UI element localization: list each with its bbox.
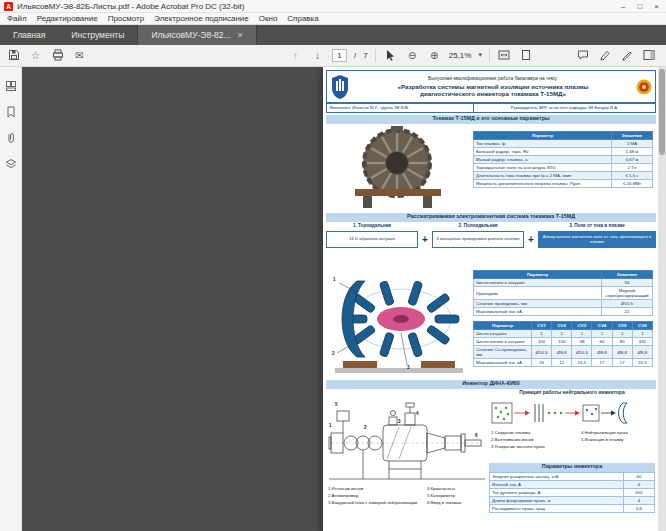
toolbar: ☆ ✉ ↑ ↓ 1 / 7 ⊖ ⊕ 25,1% ▾ <box>0 45 666 67</box>
document-canvas[interactable]: Выпускная квалификационная работа бакала… <box>23 67 658 531</box>
title-bar: A ИльясовМУ-Э8-82Б-Листы.pdf - Adobe Acr… <box>0 0 666 13</box>
vertical-scrollbar[interactable] <box>658 67 666 531</box>
mail-icon[interactable]: ✉ <box>72 47 87 63</box>
page-thumbnails-icon[interactable] <box>4 79 17 92</box>
pen-icon[interactable] <box>619 47 634 63</box>
table-row: Число катушек111111 <box>474 330 653 338</box>
table-cell: Сечение Cu-проводника, мм <box>474 346 532 359</box>
table-cell: Ø8,8 <box>632 346 652 359</box>
table-cell: 432 <box>632 338 652 346</box>
table-cell: Энергия ускоренных частиц, кэВ <box>490 473 624 481</box>
table-header-row: ПараметрЗначение <box>474 132 653 140</box>
table-cell: 22 <box>602 308 653 316</box>
tokamak-params-table: ПараметрЗначениеТок плазмы, Ip2 МАБольшо… <box>473 131 653 188</box>
table-cell: 450 <box>624 489 655 497</box>
minimize-button[interactable]: – <box>621 2 625 11</box>
zoom-level[interactable]: 25,1% <box>449 51 472 60</box>
tab-document-label: ИльясовМУ-Э8-82... <box>151 30 230 40</box>
panel-toggle-icon[interactable] <box>641 47 656 63</box>
menu-help[interactable]: Справка <box>282 14 323 23</box>
menu-file[interactable]: Файл <box>2 14 32 23</box>
table-cell: 1,48 м <box>612 148 653 156</box>
drawing-legend-left: 1 Источник ионов2 Атомопровод3 Вакуумный… <box>328 487 423 508</box>
comment-icon[interactable] <box>575 47 590 63</box>
supervisor-line: Руководитель ВКР, ассистент кафедры Э8 Б… <box>473 103 656 113</box>
page-number-input[interactable]: 1 <box>332 49 347 62</box>
fit-width-icon[interactable] <box>497 47 512 63</box>
layers-icon[interactable] <box>4 157 17 170</box>
list-item: 1 Создание плазмы <box>491 431 579 436</box>
table-cell: 1 <box>632 330 652 338</box>
table-cell: Длительность тока плазмы при Ip = 2 МА, … <box>474 172 612 180</box>
table-cell: Ø8,8 <box>552 346 572 359</box>
next-page-icon[interactable]: ↓ <box>310 47 325 63</box>
table-cell: Длина фокусировки пучка, м <box>490 497 624 505</box>
navigation-rail <box>0 67 22 531</box>
zoom-in-icon[interactable]: ⊕ <box>427 47 442 63</box>
plus-sign: + <box>524 223 538 248</box>
em-system-columns: 1. Тороидальная 16 D образных катушек + … <box>326 223 656 248</box>
table-row: Число витков в катушке100100486080432 <box>474 338 653 346</box>
table-cell: Медный серебросодержащий <box>602 287 653 300</box>
tab-home[interactable]: Главная <box>0 25 58 45</box>
workspace: Выпускная квалификационная работа бакала… <box>0 67 666 531</box>
star-icon[interactable]: ☆ <box>28 47 43 63</box>
table-row: Длительность тока плазмы при Ip = 2 МА, … <box>474 172 653 180</box>
select-tool-icon[interactable] <box>383 47 398 63</box>
previous-page-icon[interactable]: ↑ <box>288 47 303 63</box>
table-cell: Ток дугового разряда, А <box>490 489 624 497</box>
list-item: 2 Атомопровод <box>328 494 423 499</box>
figure-label: 6 <box>475 433 478 438</box>
drawing-legend-right: 4 Крионасосы5 Калориметр6 Ввод в токамак <box>427 487 485 508</box>
poster-header: Выпускная квалификационная работа бакала… <box>326 70 656 103</box>
table-cell: 100 <box>532 338 552 346</box>
print-icon[interactable] <box>50 47 65 63</box>
table-cell: Максимальный ток, кА <box>474 308 602 316</box>
figure-label: 1 <box>329 423 332 428</box>
table-header-cell: CV6 <box>632 322 652 330</box>
bmstu-logo <box>330 74 350 100</box>
plasma-field-col-box: Азимутальное магнитное поле от тока, про… <box>538 231 656 248</box>
bookmarks-icon[interactable] <box>4 105 17 118</box>
save-icon[interactable] <box>6 47 21 63</box>
table-cell: 20,5 <box>632 359 652 367</box>
tab-tools[interactable]: Инструменты <box>58 25 137 45</box>
tab-document[interactable]: ИльясовМУ-Э8-82... × <box>137 25 256 45</box>
list-item: 3 Вакуумный блок с камерой нейтрализации <box>328 501 423 506</box>
table-cell: 15,5 <box>572 359 592 367</box>
highlighter-icon[interactable] <box>597 47 612 63</box>
table-header-cell: CV1 <box>532 322 552 330</box>
table-row: Тороидальное поле на оси шнура, BT02 Тл <box>474 164 653 172</box>
table-cell: 1 <box>572 330 592 338</box>
page-view-icon[interactable] <box>519 47 534 63</box>
poloidal-col-box: 6 кольцевых проводников разного сечения <box>432 231 524 248</box>
table-cell: 17 <box>612 359 632 367</box>
menu-esign[interactable]: Электронное подписание <box>149 14 254 23</box>
page-total: 7 <box>363 51 367 60</box>
table-cell: 100 <box>552 338 572 346</box>
table-cell: Проводник <box>474 287 602 300</box>
injector-params-table: Энергия ускоренных частиц, кэВ60Ионный т… <box>489 472 655 513</box>
attachments-icon[interactable] <box>4 131 17 144</box>
table-row: Ток дугового разряда, А450 <box>490 489 655 497</box>
table-row: Число витков в катушке50 <box>474 279 653 287</box>
table-cell: ≤ 20 МВт <box>612 180 653 188</box>
table-cell: Ø10,5 <box>532 346 552 359</box>
maximize-button[interactable]: □ <box>637 2 642 11</box>
list-item: 2 Вытягивание ионов <box>491 438 579 443</box>
table-cell: Число витков в катушке <box>474 338 532 346</box>
zoom-dropdown-icon[interactable]: ▾ <box>478 51 482 59</box>
menu-window[interactable]: Окно <box>254 14 283 23</box>
figure-label: 2 <box>364 425 367 430</box>
table-cell: 60 <box>592 338 612 346</box>
tab-close-icon[interactable]: × <box>238 30 243 40</box>
close-button[interactable]: × <box>654 2 659 11</box>
page-separator: / <box>354 51 356 60</box>
scrollbar-thumb[interactable] <box>659 69 665 155</box>
menu-edit[interactable]: Редактирование <box>32 14 103 23</box>
zoom-out-icon[interactable]: ⊖ <box>405 47 420 63</box>
table-row: Максимальный ток, кА22 <box>474 308 653 316</box>
tokamak-photo <box>331 125 469 209</box>
toroidal-col-box: 16 D образных катушек <box>326 231 418 248</box>
menu-view[interactable]: Просмотр <box>103 14 150 23</box>
